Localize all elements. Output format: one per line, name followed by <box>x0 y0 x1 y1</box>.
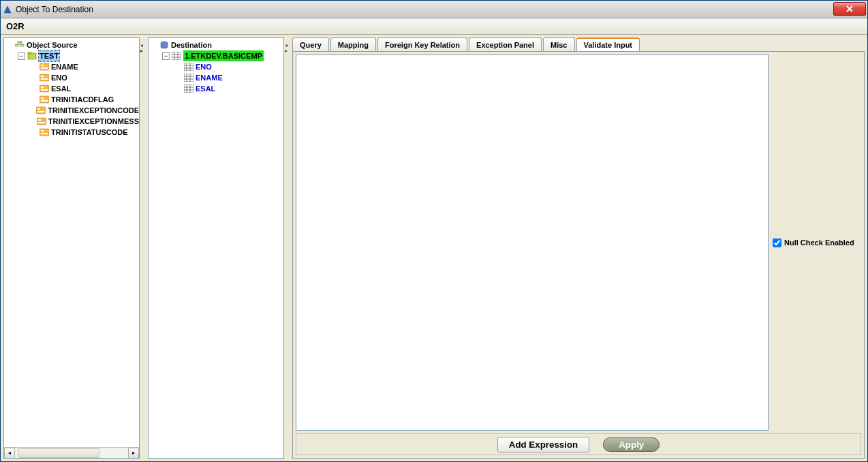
subheader-label: O2R <box>6 21 25 31</box>
destination-root-label: Destination <box>171 40 212 50</box>
scroll-track[interactable] <box>15 448 128 458</box>
tab-query[interactable]: Query <box>292 37 329 51</box>
svg-rect-5 <box>28 52 31 54</box>
splitter-right[interactable]: ◂ ▸ <box>284 37 288 459</box>
svg-rect-24 <box>40 129 49 136</box>
null-check-group: Null Check Enabled <box>773 55 861 431</box>
svg-rect-1 <box>18 41 22 43</box>
tree-spacer <box>30 118 35 125</box>
column-icon <box>184 74 193 82</box>
svg-rect-38 <box>184 74 193 82</box>
tree-field-item[interactable]: ESAL <box>174 83 283 94</box>
source-root-label: Object Source <box>27 40 78 50</box>
svg-rect-14 <box>41 89 48 91</box>
svg-rect-12 <box>40 85 49 92</box>
tree-field-item[interactable]: TRINITIEXCEPTIONCODE <box>30 105 139 116</box>
tree-spacer <box>174 85 182 93</box>
svg-rect-13 <box>41 87 44 88</box>
svg-rect-43 <box>184 84 193 93</box>
field-label: ESAL <box>51 83 71 94</box>
svg-rect-7 <box>41 65 44 66</box>
tree-spacer <box>30 129 37 136</box>
app-icon <box>3 5 12 14</box>
svg-rect-25 <box>41 130 44 132</box>
app-window: Object To Destination O2R Object Sourc <box>0 0 868 462</box>
svg-rect-18 <box>36 107 46 114</box>
tree-field-item[interactable]: ESAL <box>30 83 139 94</box>
destination-node-label[interactable]: 1.ETKDEV.BASICEMP <box>183 50 264 61</box>
splitter-arrow-right-icon: ▸ <box>140 48 143 54</box>
column-icon <box>184 63 193 71</box>
tab-misc[interactable]: Misc <box>543 37 574 51</box>
svg-rect-8 <box>41 67 48 69</box>
apply-button[interactable]: Apply <box>603 437 660 452</box>
svg-rect-21 <box>37 118 46 125</box>
tree-field-item[interactable]: ENO <box>174 61 283 72</box>
workspace: Object Source − TEST <box>1 35 867 461</box>
destination-tree[interactable]: Destination − 1.ETKDEV.BASICEMP <box>149 38 283 458</box>
table-icon <box>172 52 181 60</box>
source-tree[interactable]: Object Source − TEST <box>4 38 139 447</box>
add-expression-button[interactable]: Add Expression <box>497 437 589 452</box>
svg-rect-16 <box>41 97 44 99</box>
expander-icon[interactable]: − <box>18 52 25 60</box>
field-icon <box>40 128 49 136</box>
expander-icon[interactable]: − <box>162 52 170 60</box>
field-icon <box>36 106 46 114</box>
scroll-left-button[interactable]: ◂ <box>4 448 15 459</box>
field-label: TRINITIEXCEPTIONMESS <box>48 116 139 127</box>
destination-root-icon <box>159 41 169 49</box>
tree-field-item[interactable]: TRINITISTATUSCODE <box>30 127 139 138</box>
tab-validate-input[interactable]: Validate Input <box>576 37 640 51</box>
svg-rect-11 <box>41 78 48 80</box>
folder-icon <box>27 52 37 60</box>
svg-rect-9 <box>40 74 49 81</box>
object-source-panel: Object Source − TEST <box>3 37 140 459</box>
tab-mapping[interactable]: Mapping <box>330 37 376 51</box>
splitter-arrow-right-icon: ▸ <box>285 48 288 54</box>
svg-rect-15 <box>40 96 49 103</box>
field-icon <box>37 117 46 125</box>
field-icon <box>40 63 49 71</box>
field-label: TRINITISTATUSCODE <box>51 127 128 138</box>
tree-spacer <box>30 63 37 71</box>
svg-rect-6 <box>40 63 49 70</box>
svg-rect-4 <box>28 53 36 59</box>
null-check-checkbox[interactable] <box>773 238 781 247</box>
expression-textarea[interactable] <box>296 55 769 431</box>
svg-rect-26 <box>41 133 48 134</box>
tree-spacer <box>30 85 37 93</box>
scroll-thumb[interactable] <box>18 448 99 458</box>
tree-field-item[interactable]: ENAME <box>30 61 139 72</box>
svg-rect-22 <box>38 119 41 121</box>
svg-rect-3 <box>20 44 24 46</box>
field-label: ESAL <box>196 83 215 94</box>
destination-panel: Destination − 1.ETKDEV.BASICEMP <box>148 37 284 459</box>
source-node-label[interactable]: TEST <box>39 50 59 61</box>
tree-field-item[interactable]: ENAME <box>174 72 283 83</box>
tree-field-item[interactable]: ENO <box>30 72 139 83</box>
scroll-right-button[interactable]: ▸ <box>128 448 139 459</box>
field-icon <box>40 84 49 93</box>
field-label: ENO <box>196 61 212 72</box>
tree-spacer <box>174 74 182 82</box>
tab-foreign-key-relation[interactable]: Foreign Key Relation <box>377 37 467 51</box>
field-label: ENAME <box>196 72 223 83</box>
splitter-left[interactable]: ◂ ▸ <box>140 37 144 459</box>
svg-rect-33 <box>184 63 193 71</box>
close-button[interactable] <box>833 2 866 16</box>
tree-spacer <box>30 107 34 114</box>
svg-rect-20 <box>37 111 44 112</box>
field-icon <box>40 95 49 104</box>
action-bar: Add Expression Apply <box>296 433 861 455</box>
column-icon <box>184 84 193 93</box>
tree-field-item[interactable]: TRINITIEXCEPTIONMESS <box>30 116 139 127</box>
tab-body: Null Check Enabled Add Expression Apply <box>292 51 865 459</box>
tree-field-item[interactable]: TRINITIACDFLAG <box>30 94 139 105</box>
horizontal-scrollbar[interactable]: ◂ ▸ <box>4 447 139 458</box>
tab-exception-panel[interactable]: Exception Panel <box>469 37 542 51</box>
tree-spacer <box>150 42 157 49</box>
tree-spacer <box>174 63 182 71</box>
svg-rect-2 <box>15 44 18 46</box>
right-pane: QueryMappingForeign Key RelationExceptio… <box>292 37 865 459</box>
